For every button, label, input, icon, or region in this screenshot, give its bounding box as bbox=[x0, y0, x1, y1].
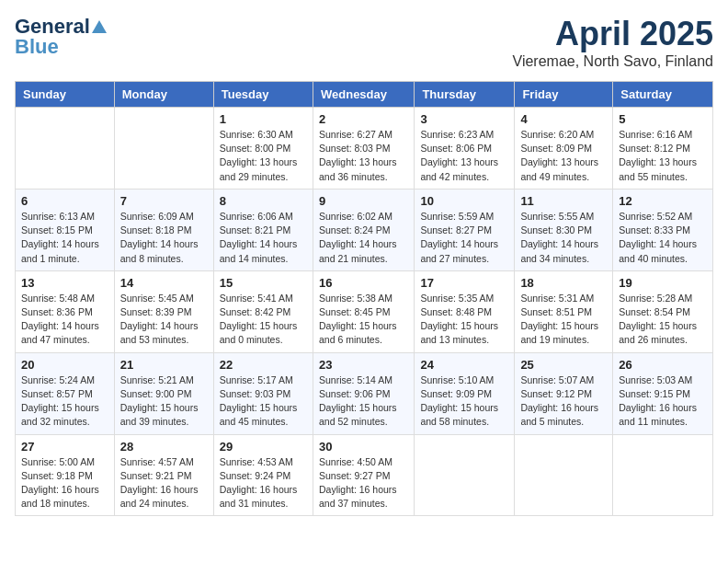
logo-blue: Blue bbox=[15, 35, 59, 59]
day-info: Sunrise: 5:59 AM Sunset: 8:27 PM Dayligh… bbox=[420, 210, 508, 266]
calendar-cell: 29Sunrise: 4:53 AM Sunset: 9:24 PM Dayli… bbox=[213, 434, 313, 516]
day-info: Sunrise: 6:20 AM Sunset: 8:09 PM Dayligh… bbox=[520, 128, 607, 184]
day-info: Sunrise: 5:52 AM Sunset: 8:33 PM Dayligh… bbox=[619, 210, 707, 266]
page-header: General Blue April 2025 Vieremae, North … bbox=[15, 15, 713, 70]
day-info: Sunrise: 5:35 AM Sunset: 8:48 PM Dayligh… bbox=[420, 292, 508, 348]
calendar-cell: 10Sunrise: 5:59 AM Sunset: 8:27 PM Dayli… bbox=[415, 189, 515, 270]
day-number: 14 bbox=[120, 276, 208, 290]
calendar-cell: 1Sunrise: 6:30 AM Sunset: 8:00 PM Daylig… bbox=[213, 108, 313, 190]
calendar-cell: 3Sunrise: 6:23 AM Sunset: 8:06 PM Daylig… bbox=[415, 108, 515, 190]
day-number: 30 bbox=[319, 440, 408, 454]
location: Vieremae, North Savo, Finland bbox=[513, 53, 713, 70]
day-info: Sunrise: 6:09 AM Sunset: 8:18 PM Dayligh… bbox=[120, 210, 208, 266]
day-info: Sunrise: 4:53 AM Sunset: 9:24 PM Dayligh… bbox=[220, 455, 307, 511]
day-number: 20 bbox=[21, 358, 108, 372]
day-number: 16 bbox=[319, 276, 408, 290]
calendar-cell: 11Sunrise: 5:55 AM Sunset: 8:30 PM Dayli… bbox=[515, 189, 613, 270]
day-number: 6 bbox=[21, 194, 108, 208]
day-number: 4 bbox=[520, 112, 607, 126]
day-number: 19 bbox=[619, 276, 707, 290]
weekday-header-row: SundayMondayTuesdayWednesdayThursdayFrid… bbox=[16, 82, 713, 108]
calendar-cell: 2Sunrise: 6:27 AM Sunset: 8:03 PM Daylig… bbox=[313, 108, 414, 190]
day-info: Sunrise: 6:27 AM Sunset: 8:03 PM Dayligh… bbox=[319, 128, 408, 184]
calendar-cell: 6Sunrise: 6:13 AM Sunset: 8:15 PM Daylig… bbox=[16, 189, 115, 270]
day-info: Sunrise: 6:06 AM Sunset: 8:21 PM Dayligh… bbox=[220, 210, 307, 266]
calendar-cell bbox=[515, 434, 613, 516]
day-info: Sunrise: 5:07 AM Sunset: 9:12 PM Dayligh… bbox=[520, 373, 607, 430]
calendar-cell: 21Sunrise: 5:21 AM Sunset: 9:00 PM Dayli… bbox=[114, 352, 213, 434]
day-info: Sunrise: 5:24 AM Sunset: 8:57 PM Dayligh… bbox=[21, 373, 108, 430]
calendar-cell: 14Sunrise: 5:45 AM Sunset: 8:39 PM Dayli… bbox=[114, 270, 213, 352]
day-number: 21 bbox=[120, 358, 208, 372]
calendar-cell bbox=[613, 434, 713, 516]
day-number: 3 bbox=[420, 112, 508, 126]
day-info: Sunrise: 5:45 AM Sunset: 8:39 PM Dayligh… bbox=[120, 292, 208, 348]
calendar-cell: 28Sunrise: 4:57 AM Sunset: 9:21 PM Dayli… bbox=[114, 434, 213, 516]
logo: General Blue bbox=[15, 15, 107, 59]
day-info: Sunrise: 4:50 AM Sunset: 9:27 PM Dayligh… bbox=[319, 455, 408, 511]
calendar-cell: 19Sunrise: 5:28 AM Sunset: 8:54 PM Dayli… bbox=[613, 270, 713, 352]
day-number: 7 bbox=[120, 194, 208, 208]
calendar-cell: 16Sunrise: 5:38 AM Sunset: 8:45 PM Dayli… bbox=[313, 270, 414, 352]
day-info: Sunrise: 5:14 AM Sunset: 9:06 PM Dayligh… bbox=[319, 373, 408, 430]
day-number: 2 bbox=[319, 112, 408, 126]
day-number: 18 bbox=[520, 276, 607, 290]
calendar-cell: 30Sunrise: 4:50 AM Sunset: 9:27 PM Dayli… bbox=[313, 434, 414, 516]
weekday-header-monday: Monday bbox=[114, 82, 213, 108]
day-number: 23 bbox=[319, 358, 408, 372]
calendar-cell bbox=[16, 108, 115, 190]
day-number: 27 bbox=[21, 440, 108, 454]
calendar-week-row: 13Sunrise: 5:48 AM Sunset: 8:36 PM Dayli… bbox=[16, 270, 713, 352]
calendar-cell: 9Sunrise: 6:02 AM Sunset: 8:24 PM Daylig… bbox=[313, 189, 414, 270]
calendar-cell: 15Sunrise: 5:41 AM Sunset: 8:42 PM Dayli… bbox=[213, 270, 313, 352]
calendar-week-row: 6Sunrise: 6:13 AM Sunset: 8:15 PM Daylig… bbox=[16, 189, 713, 270]
month-title: April 2025 bbox=[513, 15, 713, 53]
day-number: 1 bbox=[220, 112, 307, 126]
calendar-cell: 13Sunrise: 5:48 AM Sunset: 8:36 PM Dayli… bbox=[16, 270, 115, 352]
day-number: 15 bbox=[220, 276, 307, 290]
day-info: Sunrise: 5:10 AM Sunset: 9:09 PM Dayligh… bbox=[420, 373, 508, 430]
day-info: Sunrise: 6:13 AM Sunset: 8:15 PM Dayligh… bbox=[21, 210, 108, 266]
day-number: 29 bbox=[220, 440, 307, 454]
day-number: 17 bbox=[420, 276, 508, 290]
calendar-cell bbox=[114, 108, 213, 190]
calendar-cell: 25Sunrise: 5:07 AM Sunset: 9:12 PM Dayli… bbox=[515, 352, 613, 434]
day-info: Sunrise: 5:31 AM Sunset: 8:51 PM Dayligh… bbox=[520, 292, 607, 348]
weekday-header-saturday: Saturday bbox=[613, 82, 713, 108]
day-info: Sunrise: 5:41 AM Sunset: 8:42 PM Dayligh… bbox=[220, 292, 307, 348]
day-number: 28 bbox=[120, 440, 208, 454]
calendar-cell: 27Sunrise: 5:00 AM Sunset: 9:18 PM Dayli… bbox=[16, 434, 115, 516]
day-info: Sunrise: 6:23 AM Sunset: 8:06 PM Dayligh… bbox=[420, 128, 508, 184]
weekday-header-tuesday: Tuesday bbox=[213, 82, 313, 108]
weekday-header-thursday: Thursday bbox=[415, 82, 515, 108]
calendar-cell bbox=[415, 434, 515, 516]
day-number: 26 bbox=[619, 358, 707, 372]
day-number: 5 bbox=[619, 112, 707, 126]
day-number: 8 bbox=[220, 194, 307, 208]
day-info: Sunrise: 6:30 AM Sunset: 8:00 PM Dayligh… bbox=[220, 128, 307, 184]
calendar-cell: 24Sunrise: 5:10 AM Sunset: 9:09 PM Dayli… bbox=[415, 352, 515, 434]
calendar-cell: 5Sunrise: 6:16 AM Sunset: 8:12 PM Daylig… bbox=[613, 108, 713, 190]
day-info: Sunrise: 5:38 AM Sunset: 8:45 PM Dayligh… bbox=[319, 292, 408, 348]
calendar-cell: 23Sunrise: 5:14 AM Sunset: 9:06 PM Dayli… bbox=[313, 352, 414, 434]
calendar-cell: 7Sunrise: 6:09 AM Sunset: 8:18 PM Daylig… bbox=[114, 189, 213, 270]
day-number: 22 bbox=[220, 358, 307, 372]
day-number: 11 bbox=[520, 194, 607, 208]
calendar-cell: 17Sunrise: 5:35 AM Sunset: 8:48 PM Dayli… bbox=[415, 270, 515, 352]
weekday-header-friday: Friday bbox=[515, 82, 613, 108]
day-number: 9 bbox=[319, 194, 408, 208]
day-info: Sunrise: 5:17 AM Sunset: 9:03 PM Dayligh… bbox=[220, 373, 307, 430]
calendar-cell: 4Sunrise: 6:20 AM Sunset: 8:09 PM Daylig… bbox=[515, 108, 613, 190]
day-info: Sunrise: 5:28 AM Sunset: 8:54 PM Dayligh… bbox=[619, 292, 707, 348]
calendar-cell: 20Sunrise: 5:24 AM Sunset: 8:57 PM Dayli… bbox=[16, 352, 115, 434]
day-number: 25 bbox=[520, 358, 607, 372]
day-info: Sunrise: 5:03 AM Sunset: 9:15 PM Dayligh… bbox=[619, 373, 707, 430]
day-info: Sunrise: 6:16 AM Sunset: 8:12 PM Dayligh… bbox=[619, 128, 707, 184]
day-info: Sunrise: 5:00 AM Sunset: 9:18 PM Dayligh… bbox=[21, 455, 108, 511]
title-block: April 2025 Vieremae, North Savo, Finland bbox=[513, 15, 713, 70]
calendar-cell: 26Sunrise: 5:03 AM Sunset: 9:15 PM Dayli… bbox=[613, 352, 713, 434]
day-number: 10 bbox=[420, 194, 508, 208]
calendar-week-row: 20Sunrise: 5:24 AM Sunset: 8:57 PM Dayli… bbox=[16, 352, 713, 434]
calendar-cell: 22Sunrise: 5:17 AM Sunset: 9:03 PM Dayli… bbox=[213, 352, 313, 434]
calendar-week-row: 1Sunrise: 6:30 AM Sunset: 8:00 PM Daylig… bbox=[16, 108, 713, 190]
